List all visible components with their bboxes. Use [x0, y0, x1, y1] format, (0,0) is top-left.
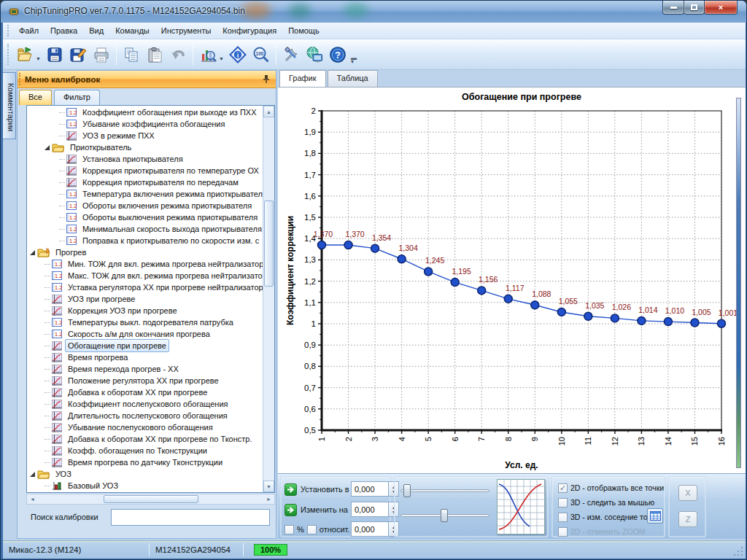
save-button[interactable] [44, 44, 66, 66]
expander-icon[interactable] [44, 145, 50, 150]
curve-preview-thumbnail[interactable] [497, 479, 545, 534]
tree-item[interactable]: 1.2Поправка к приоткрывателю по скорости… [27, 235, 263, 246]
toolbar-overflow-icon[interactable]: ▬▾ [351, 46, 357, 63]
x-axis-button[interactable]: X [678, 485, 697, 501]
tree-item[interactable]: УОЗ [27, 468, 263, 480]
tree-item[interactable]: 1.2Уставка регулятора ХХ при прогреве не… [27, 281, 263, 293]
print-button[interactable] [90, 44, 112, 66]
tree-item[interactable]: 1.2Температура включения режима приоткры… [27, 188, 263, 200]
tree-item[interactable]: Прогрев [27, 246, 263, 258]
tree-item[interactable]: Положение регулятора ХХ при прогреве [27, 375, 263, 386]
menu-item-4[interactable]: Инструменты [155, 24, 217, 37]
tree-item[interactable]: 1.2Скорость а/м для окончания прогрева [27, 328, 263, 340]
menu-item-6[interactable]: Помощь [282, 24, 325, 37]
tree-item[interactable]: Коэффициент послепускового обогащения [27, 398, 263, 410]
menu-item-0[interactable]: Файл [13, 24, 44, 37]
open-file-button-dropdown-icon[interactable]: ▼ [36, 56, 41, 61]
tree-item[interactable]: Установка приоткрывателя [27, 153, 263, 165]
option-checkbox[interactable] [558, 498, 568, 508]
scroll-down-arrow-icon[interactable]: ▼ [263, 481, 274, 492]
percent-checkbox[interactable] [285, 525, 294, 534]
option-checkbox-checked[interactable]: ✓ [558, 483, 568, 493]
apply-set-button[interactable] [285, 483, 297, 496]
tree-item[interactable]: Коррекция приоткрывателя по передачам [27, 176, 263, 188]
option-checkbox[interactable] [558, 513, 568, 522]
maximize-button[interactable] [684, 1, 705, 15]
svg-text:0,6: 0,6 [304, 405, 316, 413]
expander-icon[interactable] [30, 250, 35, 255]
value-scale-strip[interactable] [736, 98, 741, 468]
tree-item[interactable]: Убывание послепускового обогащения [27, 421, 263, 433]
copy-button[interactable] [120, 44, 142, 66]
tree-item[interactable]: Базовый УОЗ [27, 480, 263, 491]
grid-table-button[interactable] [647, 508, 663, 524]
horizontal-slider-1[interactable] [400, 484, 489, 497]
menu-item-2[interactable]: Вид [83, 24, 109, 37]
svg-text:1.2: 1.2 [55, 261, 62, 268]
title-bar[interactable]: ChipTuningPRO ver.7.7.0.1175 - M124152GA… [1, 1, 746, 23]
tree-item[interactable]: Время прогрева [27, 351, 263, 363]
tree-item[interactable]: 1.2Макс. ТОЖ для вкл. режима прогрева не… [27, 270, 263, 281]
tree-vscroll-thumb[interactable] [264, 201, 274, 287]
tree-item[interactable]: Добавка к оборотам ХХ при прогреве по Тк… [27, 433, 263, 445]
tree-item[interactable]: Коррекция УОЗ при прогреве [27, 305, 263, 316]
pin-icon[interactable] [263, 74, 270, 84]
info-button[interactable]: i [227, 44, 249, 66]
scroll-right-arrow-icon[interactable]: ► [263, 494, 274, 504]
tree-hscroll-thumb[interactable] [104, 495, 198, 503]
zoom-100-button[interactable]: 100 [250, 44, 272, 66]
relative-checkbox[interactable] [307, 525, 317, 534]
tree-item[interactable]: 1.2Минимальная скорость выхода приоткрыв… [27, 223, 263, 235]
menu-item-5[interactable]: Конфигурация [217, 24, 282, 37]
open-file-button[interactable] [14, 44, 36, 66]
tree-item[interactable]: УОЗ в режиме ПХХ [27, 130, 263, 141]
tree-item[interactable]: 1.2Обороты выключения режима приоткрыват… [27, 211, 263, 223]
paste-button[interactable] [144, 44, 166, 66]
set-to-input[interactable]: 0,000 [351, 481, 389, 497]
calibration-search-input[interactable] [111, 509, 270, 526]
expander-icon[interactable] [30, 472, 35, 477]
tree-vertical-scrollbar[interactable]: ▲ ▼ [263, 106, 274, 492]
tree-item[interactable]: 1.2Убывание коэффициента обогащения [27, 118, 263, 130]
tree-item[interactable]: 1.2Температуры выкл. подогревателя патру… [27, 316, 263, 328]
tree-item[interactable]: 1.2Мин. ТОЖ для вкл. режима прогрева ней… [27, 258, 263, 270]
tree-item[interactable]: Коррекция приоткрывателя по температуре … [27, 165, 263, 176]
online-button[interactable] [303, 44, 325, 66]
sidebar-tab-all[interactable]: Все [19, 90, 52, 105]
tree-item[interactable]: 1.2Коэффициент обогащения при выходе из … [27, 106, 263, 118]
tree-horizontal-scrollbar[interactable]: ◄ ► [26, 494, 275, 505]
undo-button[interactable] [167, 44, 189, 66]
relative-input[interactable]: 0,000 [351, 521, 389, 537]
scroll-left-arrow-icon[interactable]: ◄ [27, 494, 38, 504]
sidebar-tab-filter[interactable]: Фильтр [54, 90, 100, 105]
resize-grip[interactable] [734, 547, 744, 557]
tree-item[interactable]: Добавка к оборотам ХХ при прогреве [27, 386, 263, 398]
change-by-input[interactable]: 0,000 [351, 502, 389, 517]
save-as-button[interactable] [67, 44, 89, 66]
minimize-button[interactable] [662, 1, 684, 15]
chart-view-button[interactable] [197, 44, 219, 66]
comments-vertical-tab[interactable]: Комментарии [3, 72, 16, 139]
menu-item-3[interactable]: Команды [109, 24, 155, 37]
tree-item[interactable]: Длительность послепускового обогащения [27, 410, 263, 421]
tools-button[interactable] [280, 44, 302, 66]
close-button[interactable]: × [704, 1, 738, 15]
svg-text:1.2: 1.2 [55, 284, 62, 291]
scroll-up-arrow-icon[interactable]: ▲ [263, 106, 274, 117]
menu-item-1[interactable]: Правка [44, 24, 83, 37]
tab-graph[interactable]: График [279, 70, 326, 88]
horizontal-slider-2[interactable] [400, 509, 489, 522]
tree-item[interactable]: Приоткрыватель [27, 141, 263, 153]
chart-view-button-dropdown-icon[interactable]: ▼ [219, 56, 224, 61]
tab-table[interactable]: Таблица [328, 70, 378, 87]
tree-item[interactable]: Коэфф. обогащения по Тконструкции [27, 445, 263, 456]
apply-change-button[interactable] [285, 504, 297, 516]
tree-item[interactable]: Время перехода прогрев - ХХ [27, 363, 263, 375]
help-button[interactable]: ? [327, 44, 349, 66]
warmup-enrichment-chart[interactable]: 21,91,81,71,61,51,41,31,21,110,90,80,70,… [284, 89, 738, 475]
tree-item[interactable]: Время прогрева по датчику Тконструкции [27, 456, 263, 468]
z-axis-button[interactable]: Z [678, 511, 697, 527]
tree-item[interactable]: УОЗ при прогреве [27, 293, 263, 305]
tree-item-selected[interactable]: Обогащение при прогреве [27, 340, 263, 351]
tree-item[interactable]: 1.2Обороты включения режима приоткрывате… [27, 200, 263, 211]
